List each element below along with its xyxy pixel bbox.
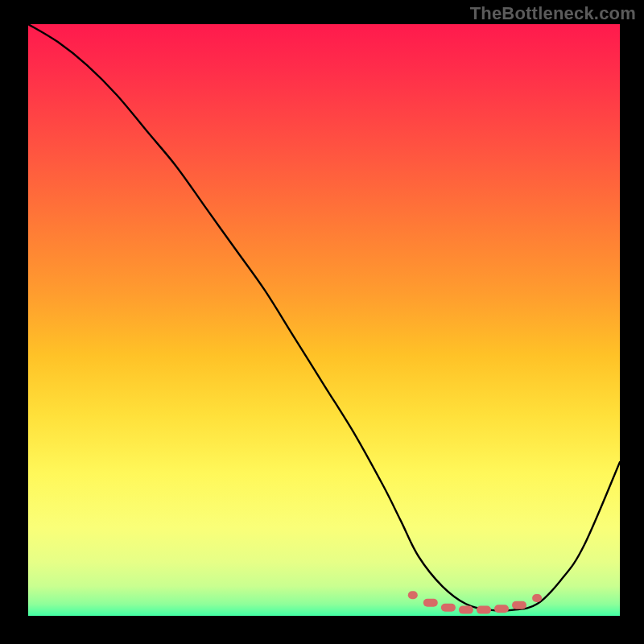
svg-rect-6 <box>512 601 526 609</box>
chart-container: TheBottleneck.com <box>0 0 644 644</box>
optimum-marker <box>512 601 526 609</box>
watermark-text: TheBottleneck.com <box>470 3 636 24</box>
svg-rect-3 <box>459 606 473 614</box>
svg-rect-4 <box>477 606 491 614</box>
optimum-markers <box>408 591 542 613</box>
optimum-marker <box>441 604 456 612</box>
optimum-marker <box>459 606 473 614</box>
plot-area <box>28 24 620 616</box>
svg-rect-2 <box>441 604 456 612</box>
optimum-marker <box>477 606 491 614</box>
svg-rect-5 <box>494 605 509 613</box>
bottleneck-curve-path <box>28 24 620 611</box>
svg-rect-7 <box>532 594 542 602</box>
optimum-marker <box>408 591 418 599</box>
svg-rect-0 <box>408 591 418 599</box>
optimum-marker <box>494 605 509 613</box>
curve-layer <box>28 24 620 616</box>
optimum-marker <box>532 594 542 602</box>
optimum-marker <box>423 599 438 607</box>
svg-rect-1 <box>423 599 438 607</box>
